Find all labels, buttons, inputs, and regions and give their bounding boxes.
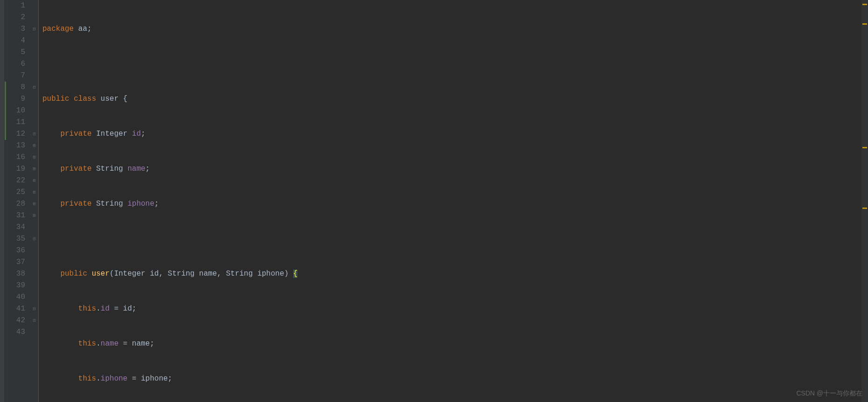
assign: = bbox=[110, 305, 123, 313]
line-number[interactable]: 25 bbox=[5, 187, 25, 198]
warning-marker[interactable] bbox=[862, 4, 867, 5]
line-number[interactable]: 9 bbox=[5, 93, 25, 105]
dot: . bbox=[96, 340, 101, 348]
open-brace: { bbox=[123, 95, 128, 103]
semicolon: ; bbox=[168, 374, 172, 383]
line-number[interactable]: 43 bbox=[5, 326, 25, 338]
line-number[interactable]: 12 bbox=[5, 128, 25, 140]
error-stripe[interactable] bbox=[861, 0, 868, 402]
fold-expand-icon[interactable]: ⊟ bbox=[32, 85, 37, 90]
keyword-this: this bbox=[78, 340, 96, 348]
line-number[interactable]: 5 bbox=[5, 47, 25, 58]
package-name: aa bbox=[78, 25, 87, 33]
line-number[interactable]: 22 bbox=[5, 175, 25, 187]
keyword-this: this bbox=[78, 305, 96, 313]
line-number[interactable]: 3 bbox=[5, 23, 25, 35]
fold-expand-icon[interactable]: ⊟ bbox=[32, 27, 37, 32]
code-editor[interactable]: 1 2 3 4 5 6 7 8 9 10 11 12 13 16 19 22 2… bbox=[0, 0, 868, 402]
keyword-class: class bbox=[74, 95, 96, 103]
semicolon: ; bbox=[141, 130, 145, 138]
code-line-empty[interactable] bbox=[42, 233, 861, 245]
line-number[interactable]: 41 bbox=[5, 303, 25, 315]
code-line[interactable]: this.id = id; bbox=[42, 303, 861, 315]
code-line-empty[interactable] bbox=[42, 58, 861, 70]
line-number[interactable]: 8 bbox=[5, 82, 25, 93]
line-number[interactable]: 37 bbox=[5, 256, 25, 268]
semicolon: ; bbox=[150, 340, 154, 348]
code-line[interactable]: public class user { bbox=[42, 93, 861, 105]
line-number[interactable]: 40 bbox=[5, 291, 25, 303]
fold-icon[interactable]: ⊞ bbox=[32, 155, 37, 160]
line-number[interactable]: 6 bbox=[5, 58, 25, 70]
code-line[interactable]: public user(Integer id, String name, Str… bbox=[42, 268, 861, 280]
line-number[interactable]: 16 bbox=[5, 152, 25, 163]
line-number[interactable]: 4 bbox=[5, 35, 25, 47]
code-line[interactable]: this.name = name; bbox=[42, 338, 861, 350]
code-area[interactable]: package aa; public class user { private … bbox=[39, 0, 861, 402]
line-number[interactable]: 19 bbox=[5, 163, 25, 175]
open-brace-highlighted: { bbox=[293, 270, 298, 278]
fold-icon[interactable]: ⊞ bbox=[32, 166, 37, 172]
assign: = bbox=[127, 374, 141, 383]
code-line[interactable]: package aa; bbox=[42, 23, 861, 35]
line-number[interactable]: 42 bbox=[5, 315, 25, 326]
type-name: Integer bbox=[96, 130, 127, 138]
semicolon: ; bbox=[132, 305, 137, 313]
field-ref: id bbox=[101, 305, 110, 313]
line-number[interactable]: 10 bbox=[5, 105, 25, 117]
keyword-public: public bbox=[60, 270, 87, 278]
fold-expand-icon[interactable]: ⊟ bbox=[32, 236, 37, 242]
fold-icon[interactable]: ⊞ bbox=[32, 190, 37, 195]
field-name: name bbox=[127, 165, 145, 173]
warning-marker[interactable] bbox=[862, 147, 867, 148]
watermark-text: CSDN @十一与你都在 bbox=[796, 388, 862, 399]
fold-column[interactable]: ⊟ ⊟ ⊟ ⊞ ⊞ ⊞ ⊞ ⊞ ⊞ ⊞ ⊟ ⊟ ⊟ bbox=[31, 0, 38, 402]
editor-left-bar bbox=[0, 0, 5, 402]
field-ref: name bbox=[101, 340, 118, 348]
fold-collapse-icon[interactable]: ⊟ bbox=[32, 318, 37, 323]
fold-icon[interactable]: ⊞ bbox=[32, 213, 37, 218]
fold-icon[interactable]: ⊞ bbox=[32, 143, 37, 148]
warning-marker[interactable] bbox=[862, 208, 867, 209]
line-number[interactable]: 1 bbox=[5, 0, 25, 12]
line-number[interactable]: 13 bbox=[5, 140, 25, 152]
field-name: id bbox=[132, 130, 141, 138]
fold-collapse-icon[interactable]: ⊟ bbox=[32, 132, 37, 137]
param-ref: id bbox=[123, 305, 132, 313]
constructor-name: user bbox=[92, 270, 110, 278]
keyword-this: this bbox=[78, 374, 96, 383]
line-number[interactable]: 11 bbox=[5, 117, 25, 128]
class-name: user bbox=[101, 95, 118, 103]
fold-icon[interactable]: ⊞ bbox=[32, 178, 37, 183]
line-number[interactable]: 31 bbox=[5, 210, 25, 222]
keyword-public: public bbox=[42, 95, 69, 103]
line-number[interactable]: 39 bbox=[5, 280, 25, 291]
dot: . bbox=[96, 374, 101, 383]
code-line[interactable]: private String name; bbox=[42, 163, 861, 175]
keyword-private: private bbox=[60, 200, 91, 208]
code-line[interactable]: private String iphone; bbox=[42, 198, 861, 210]
code-line[interactable]: private Integer id; bbox=[42, 128, 861, 140]
fold-collapse-icon[interactable]: ⊟ bbox=[32, 306, 37, 312]
param-ref: name bbox=[132, 340, 150, 348]
line-number[interactable]: 36 bbox=[5, 245, 25, 256]
line-number[interactable]: 7 bbox=[5, 70, 25, 82]
line-number[interactable]: 38 bbox=[5, 268, 25, 280]
warning-marker[interactable] bbox=[862, 23, 867, 25]
type-name: String bbox=[96, 165, 123, 173]
fold-icon[interactable]: ⊞ bbox=[32, 201, 37, 207]
keyword-private: private bbox=[60, 165, 91, 173]
change-marker bbox=[5, 82, 6, 140]
field-ref: iphone bbox=[101, 374, 128, 383]
line-number-gutter[interactable]: 1 2 3 4 5 6 7 8 9 10 11 12 13 16 19 22 2… bbox=[5, 0, 31, 402]
code-line[interactable]: this.iphone = iphone; bbox=[42, 373, 861, 385]
semicolon: ; bbox=[154, 200, 159, 208]
keyword-private: private bbox=[60, 130, 91, 138]
line-number[interactable]: 2 bbox=[5, 12, 25, 23]
field-name: iphone bbox=[127, 200, 154, 208]
line-number[interactable]: 34 bbox=[5, 222, 25, 233]
line-number[interactable]: 35 bbox=[5, 233, 25, 245]
line-number[interactable]: 28 bbox=[5, 198, 25, 210]
keyword-package: package bbox=[42, 25, 74, 33]
semicolon: ; bbox=[87, 25, 92, 33]
